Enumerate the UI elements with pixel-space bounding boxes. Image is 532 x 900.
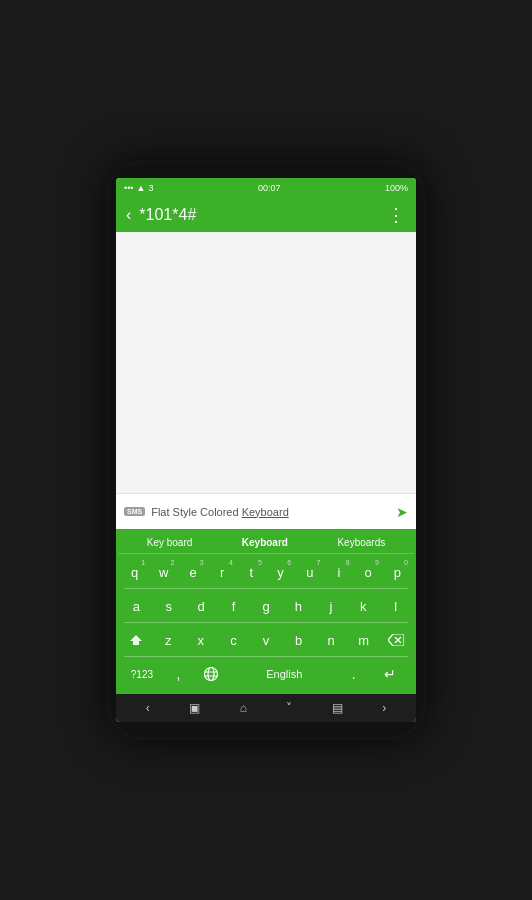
key-x[interactable]: x [185, 624, 218, 656]
key-d[interactable]: d [185, 590, 217, 622]
num-5: 5 [258, 559, 262, 566]
nav-menu-button[interactable]: ▤ [324, 697, 351, 719]
key-q[interactable]: 1q [120, 556, 149, 588]
sms-badge: SMS [124, 507, 145, 516]
num-1: 1 [141, 559, 145, 566]
key-i[interactable]: 8i [324, 556, 353, 588]
num-2: 2 [170, 559, 174, 566]
key-a[interactable]: a [120, 590, 152, 622]
key-e[interactable]: 3e [178, 556, 207, 588]
svg-point-4 [205, 668, 218, 681]
key-l[interactable]: l [380, 590, 412, 622]
suggestion-item-1[interactable]: Keyboard [236, 536, 294, 549]
key-k[interactable]: k [347, 590, 379, 622]
key-s[interactable]: s [152, 590, 184, 622]
nav-bar: ‹ ▣ ⌂ ˅ ▤ › [116, 694, 416, 722]
num-toggle-key[interactable]: ?123 [120, 658, 164, 690]
sim-indicator: 3 [148, 183, 153, 193]
num-6: 6 [287, 559, 291, 566]
key-f[interactable]: f [217, 590, 249, 622]
comma-key[interactable]: , [164, 658, 193, 690]
shift-key[interactable] [120, 624, 152, 656]
status-bar: ••• ▲ 3 00:07 100% [116, 178, 416, 198]
nav-recents-button[interactable]: ▣ [181, 697, 208, 719]
back-button[interactable]: ‹ [126, 206, 131, 224]
message-input[interactable]: Flat Style Colored Keyboard [151, 506, 396, 518]
period-key[interactable]: . [339, 658, 368, 690]
space-key[interactable]: English [230, 658, 340, 690]
nav-back-button[interactable]: ‹ [138, 697, 158, 719]
num-4: 4 [229, 559, 233, 566]
status-time: 00:07 [258, 183, 281, 193]
menu-button[interactable]: ⋮ [387, 204, 406, 226]
key-c[interactable]: c [217, 624, 250, 656]
key-row-3: z x c v b n m [120, 624, 412, 656]
page-title: *101*4# [139, 206, 387, 224]
keys-area: 1q 2w 3e 4r 5t 6y 7u 8i 9o 0p a s d f [118, 554, 414, 692]
message-area [116, 232, 416, 493]
num-9: 9 [375, 559, 379, 566]
suggestions-row: Key board Keyboard Keyboards [118, 533, 414, 554]
key-p[interactable]: 0p [383, 556, 412, 588]
num-0: 0 [404, 559, 408, 566]
send-button[interactable]: ➤ [396, 504, 408, 520]
status-left: ••• ▲ 3 [124, 183, 153, 193]
nav-down-button[interactable]: ˅ [278, 697, 300, 719]
keyboard-link[interactable]: Keyboard [242, 506, 289, 518]
key-g[interactable]: g [250, 590, 282, 622]
keyboard: Key board Keyboard Keyboards 1q 2w 3e 4r… [116, 529, 416, 694]
key-n[interactable]: n [315, 624, 348, 656]
num-8: 8 [346, 559, 350, 566]
key-m[interactable]: m [347, 624, 380, 656]
key-u[interactable]: 7u [295, 556, 324, 588]
key-row-1: 1q 2w 3e 4r 5t 6y 7u 8i 9o 0p [120, 556, 412, 588]
wifi-icon: ▲ [136, 183, 145, 193]
input-bar: SMS Flat Style Colored Keyboard ➤ [116, 493, 416, 529]
signal-dots: ••• [124, 183, 133, 193]
phone-screen: ••• ▲ 3 00:07 100% ‹ *101*4# ⋮ SMS Flat … [116, 178, 416, 722]
num-3: 3 [200, 559, 204, 566]
svg-marker-1 [388, 634, 404, 646]
num-7: 7 [317, 559, 321, 566]
globe-key[interactable] [193, 658, 230, 690]
nav-home-button[interactable]: ⌂ [232, 697, 255, 719]
key-t[interactable]: 5t [237, 556, 266, 588]
nav-forward-button[interactable]: › [374, 697, 394, 719]
status-battery: 100% [385, 183, 408, 193]
suggestion-item-0[interactable]: Key board [141, 536, 199, 549]
key-v[interactable]: v [250, 624, 283, 656]
key-row-2: a s d f g h j k l [120, 590, 412, 622]
key-b[interactable]: b [282, 624, 315, 656]
suggestion-item-2[interactable]: Keyboards [331, 536, 391, 549]
key-row-4: ?123 , English . ↵ [120, 658, 412, 690]
key-o[interactable]: 9o [354, 556, 383, 588]
phone-device: ••• ▲ 3 00:07 100% ‹ *101*4# ⋮ SMS Flat … [106, 160, 426, 740]
key-h[interactable]: h [282, 590, 314, 622]
key-r[interactable]: 4r [208, 556, 237, 588]
enter-key[interactable]: ↵ [368, 658, 412, 690]
svg-point-5 [208, 668, 214, 681]
key-j[interactable]: j [315, 590, 347, 622]
delete-key[interactable] [380, 624, 412, 656]
key-z[interactable]: z [152, 624, 185, 656]
svg-marker-0 [130, 635, 142, 645]
title-bar: ‹ *101*4# ⋮ [116, 198, 416, 232]
key-y[interactable]: 6y [266, 556, 295, 588]
key-w[interactable]: 2w [149, 556, 178, 588]
